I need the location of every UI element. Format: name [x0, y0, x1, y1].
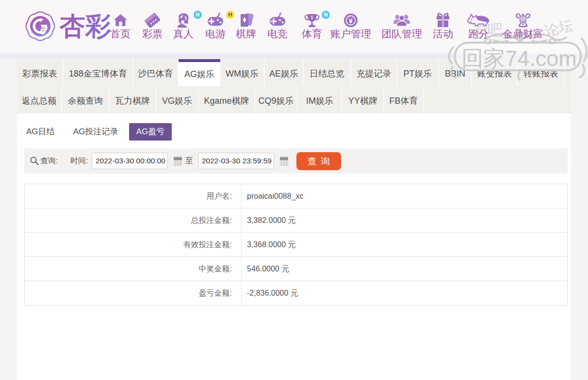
svg-text:¥: ¥ — [349, 16, 353, 25]
svg-text:1: 1 — [310, 15, 313, 20]
